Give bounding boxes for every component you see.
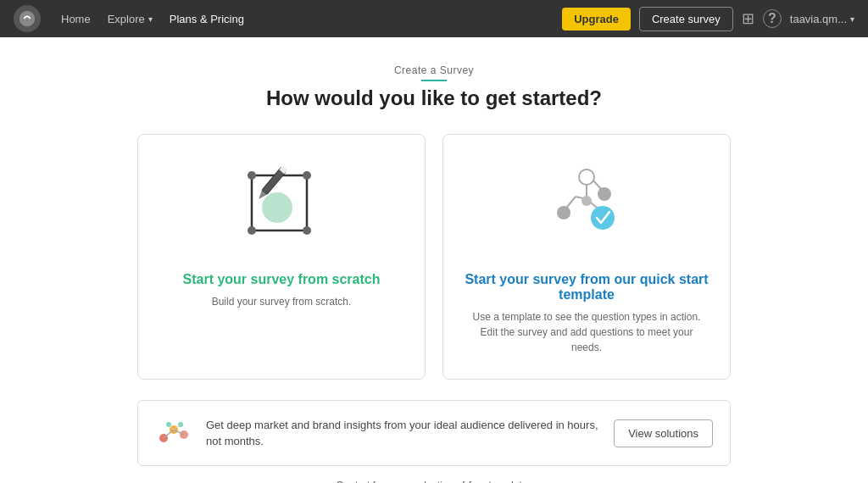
view-solutions-button[interactable]: View solutions <box>614 419 713 447</box>
template-card[interactable]: Start your survey from our quick start t… <box>442 134 731 380</box>
create-survey-button[interactable]: Create survey <box>639 7 733 31</box>
svg-point-17 <box>591 206 615 230</box>
navbar: Home Explore ▾ Plans & Pricing Upgrade C… <box>0 0 868 37</box>
nav-home[interactable]: Home <box>61 13 91 25</box>
scratch-card-title: Start your survey from scratch <box>183 272 381 287</box>
nav-right: Upgrade Create survey ⊞ ? taavia.qm... ▾ <box>562 7 854 31</box>
template-icon <box>540 158 633 255</box>
user-label: taavia.qm... <box>790 13 847 25</box>
template-card-title: Start your survey from our quick start t… <box>464 272 709 303</box>
svg-point-15 <box>557 206 570 219</box>
svg-line-19 <box>593 180 601 189</box>
svg-point-10 <box>579 169 594 185</box>
nav-explore[interactable]: Explore ▾ <box>108 13 153 25</box>
page-subtitle: Create a Survey <box>394 64 474 81</box>
chevron-down-icon: ▾ <box>148 14 153 24</box>
scratch-card-desc: Build your survey from scratch. <box>212 294 352 309</box>
svg-point-5 <box>303 226 311 235</box>
scratch-icon <box>235 158 328 255</box>
help-icon[interactable]: ? <box>763 9 782 28</box>
svg-point-3 <box>303 171 311 180</box>
free-templates-link[interactable]: free templates <box>468 480 532 483</box>
template-card-desc: Use a template to see the question types… <box>464 309 709 355</box>
footer-text: Or start from our selection of free temp… <box>336 480 531 483</box>
svg-line-23 <box>164 430 174 438</box>
banner-text: Get deep market and brand insights from … <box>206 417 600 450</box>
grid-icon[interactable]: ⊞ <box>742 9 754 28</box>
nav-links: Home Explore ▾ Plans & Pricing <box>61 13 542 25</box>
main-content: Create a Survey How would you like to ge… <box>0 37 868 483</box>
svg-point-18 <box>598 187 611 201</box>
logo[interactable] <box>14 5 41 32</box>
svg-point-4 <box>248 226 256 235</box>
page-title: How would you like to get started? <box>266 86 602 110</box>
scratch-card[interactable]: Start your survey from scratch Build you… <box>137 134 426 380</box>
user-menu[interactable]: taavia.qm... ▾ <box>790 13 854 25</box>
nav-plans-pricing[interactable]: Plans & Pricing <box>170 13 244 25</box>
svg-point-6 <box>262 192 292 223</box>
cards-row: Start your survey from scratch Build you… <box>137 134 731 380</box>
upgrade-button[interactable]: Upgrade <box>562 8 631 31</box>
insights-banner: Get deep market and brand insights from … <box>137 400 731 466</box>
svg-point-16 <box>581 196 592 206</box>
insights-icon <box>155 413 192 453</box>
svg-point-2 <box>248 171 256 180</box>
user-chevron-icon: ▾ <box>850 14 854 24</box>
svg-point-0 <box>19 11 35 26</box>
